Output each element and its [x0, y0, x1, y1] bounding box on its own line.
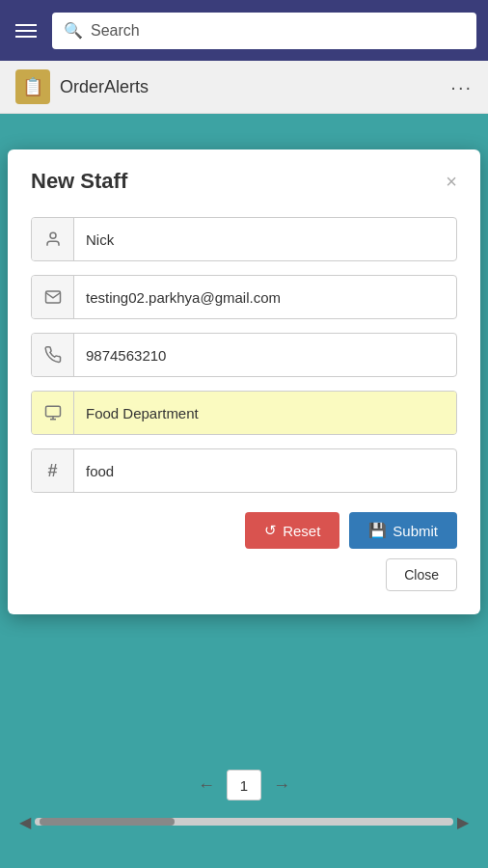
- reset-label: Reset: [283, 523, 320, 539]
- scroll-left-icon[interactable]: ◀: [19, 813, 31, 831]
- action-buttons: ↺ Reset 💾 Submit: [31, 512, 457, 549]
- current-page: 1: [227, 770, 261, 800]
- search-text: Search: [91, 22, 140, 40]
- modal-header: New Staff ×: [31, 169, 457, 194]
- email-field-container: [31, 275, 457, 319]
- department-input[interactable]: [74, 392, 456, 434]
- svg-rect-1: [45, 406, 60, 417]
- reset-button[interactable]: ↺ Reset: [245, 512, 339, 549]
- prev-page-button[interactable]: ←: [198, 775, 215, 796]
- app-header: 📋 OrderAlerts ···: [0, 61, 488, 114]
- close-button[interactable]: Close: [386, 558, 457, 591]
- modal-title: New Staff: [31, 169, 127, 194]
- scrollbar-track[interactable]: [35, 818, 453, 826]
- hamburger-menu[interactable]: [12, 20, 41, 41]
- submit-label: Submit: [393, 523, 438, 539]
- app-icon-emoji: 📋: [22, 76, 43, 97]
- search-bar[interactable]: 🔍 Search: [52, 13, 476, 49]
- more-options-icon[interactable]: ···: [450, 76, 473, 98]
- pagination: ← 1 →: [0, 770, 488, 800]
- close-row: Close: [31, 558, 457, 591]
- phone-input[interactable]: [74, 334, 456, 376]
- submit-button[interactable]: 💾 Submit: [349, 512, 457, 549]
- next-page-button[interactable]: →: [273, 775, 290, 796]
- email-input[interactable]: [74, 276, 456, 318]
- department-field-container: [31, 391, 457, 435]
- name-field-container: [31, 217, 457, 261]
- email-icon: [32, 276, 74, 318]
- search-icon: 🔍: [64, 21, 83, 40]
- scrollbar-thumb[interactable]: [40, 818, 175, 826]
- phone-icon: [32, 334, 74, 376]
- modal-close-x-button[interactable]: ×: [446, 172, 457, 191]
- tag-icon: #: [32, 449, 74, 492]
- app-icon: 📋: [15, 69, 50, 104]
- svg-point-0: [50, 232, 56, 238]
- name-input[interactable]: [74, 218, 456, 260]
- tag-input[interactable]: [74, 449, 456, 492]
- user-icon: [32, 218, 74, 260]
- reset-icon: ↺: [264, 522, 277, 539]
- app-title: OrderAlerts: [60, 77, 450, 97]
- department-icon: [32, 392, 74, 434]
- new-staff-modal: New Staff ×: [8, 149, 480, 614]
- submit-icon: 💾: [368, 522, 387, 539]
- phone-field-container: [31, 333, 457, 377]
- tag-field-container: #: [31, 448, 457, 493]
- horizontal-scrollbar[interactable]: ◀ ▶: [0, 812, 488, 831]
- scroll-right-icon[interactable]: ▶: [457, 813, 469, 831]
- top-bar: 🔍 Search: [0, 0, 488, 61]
